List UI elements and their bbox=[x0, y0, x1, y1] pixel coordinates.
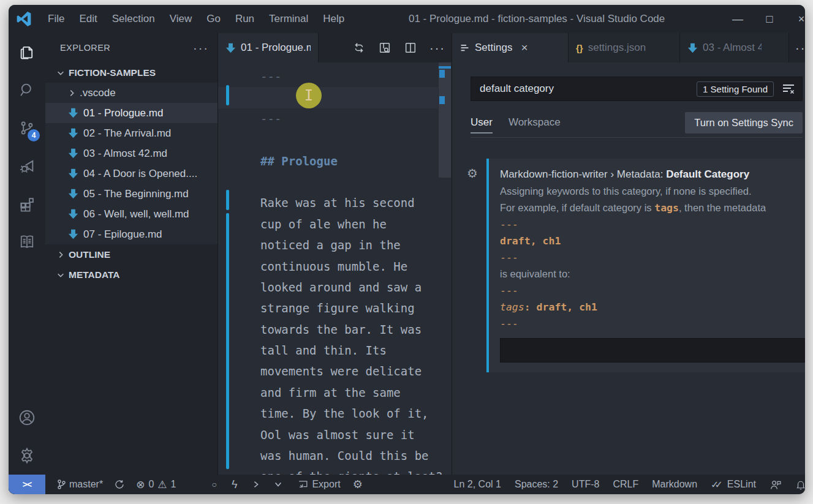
tree-item-markdown-file[interactable]: 02 - The Arrival.md bbox=[45, 123, 217, 143]
setting-gear-icon[interactable]: ⚙ bbox=[467, 166, 478, 181]
source-control-activity-button[interactable]: 4 bbox=[9, 109, 45, 147]
editor-line[interactable]: was human. Could this be bbox=[218, 445, 452, 466]
editor-line[interactable] bbox=[218, 171, 452, 192]
editor-line[interactable] bbox=[218, 129, 452, 150]
menu-item[interactable]: Terminal bbox=[269, 13, 308, 25]
eslint-item[interactable]: ✓✓ ESLint bbox=[711, 479, 756, 491]
editor-line[interactable]: --- bbox=[218, 108, 452, 129]
language-mode-item[interactable]: Markdown bbox=[652, 479, 697, 490]
manage-settings-button[interactable] bbox=[9, 437, 45, 475]
editor-line[interactable]: noticed a gap in the bbox=[218, 235, 452, 255]
editor-line[interactable]: one of the giants at last? bbox=[218, 466, 452, 475]
tab-settings-json[interactable]: {} settings.json bbox=[569, 33, 680, 62]
encoding-item[interactable]: UTF-8 bbox=[572, 479, 599, 490]
settings-list-icon bbox=[459, 43, 470, 53]
editor-content[interactable]: ------## PrologueRake was at his secondc… bbox=[218, 62, 452, 475]
tree-item-markdown-file[interactable]: 04 - A Door is Opened.... bbox=[45, 164, 217, 184]
problems-item[interactable]: ⊗ 0 ⚠ 1 bbox=[136, 478, 176, 491]
editor-more-actions-button[interactable]: ··· bbox=[423, 41, 452, 55]
editor-line[interactable] bbox=[218, 87, 438, 108]
sync-icon bbox=[114, 479, 125, 490]
editor-line[interactable]: movements were delicate bbox=[218, 361, 452, 382]
clear-filters-icon[interactable] bbox=[781, 81, 796, 96]
cursor-position-item[interactable]: Ln 2, Col 1 bbox=[454, 479, 501, 490]
account-button[interactable] bbox=[9, 399, 45, 437]
feedback-item[interactable] bbox=[770, 479, 782, 490]
git-branch-item[interactable]: master* bbox=[56, 479, 103, 490]
tree-item-markdown-file[interactable]: 01 - Prologue.md bbox=[45, 103, 217, 123]
menu-item[interactable]: Run bbox=[235, 13, 254, 25]
tab-settings[interactable]: Settings × bbox=[452, 33, 569, 62]
close-button[interactable]: × bbox=[785, 5, 805, 33]
editor-line[interactable]: Ool was almost sure it bbox=[218, 424, 452, 445]
tab-almost-42[interactable]: 03 - Almost 42.md bbox=[680, 33, 789, 62]
menu-item[interactable]: Go bbox=[206, 13, 221, 25]
menu-item[interactable]: Help bbox=[323, 13, 344, 25]
status-chevron-down-item[interactable] bbox=[274, 480, 282, 489]
maximize-button[interactable]: □ bbox=[754, 5, 785, 33]
fiction-writer-activity-button[interactable] bbox=[9, 223, 45, 261]
editor-group-right: Settings × {} settings.json 03 - Almost … bbox=[452, 33, 805, 475]
editor-line[interactable]: time. By the look of it, bbox=[218, 403, 452, 424]
editor-line[interactable]: --- bbox=[218, 66, 452, 87]
editor-line[interactable]: continuous mumble. He bbox=[218, 256, 452, 277]
mouse-cursor-ibeam: I bbox=[296, 83, 322, 108]
split-editor-button[interactable] bbox=[398, 41, 423, 55]
tree-item-markdown-file[interactable]: 05 - The Beginning.md bbox=[45, 184, 217, 204]
eol-item[interactable]: CRLF bbox=[613, 479, 638, 490]
export-item[interactable]: Export bbox=[297, 479, 340, 491]
tree-item-label: 06 - Well, well, well.md bbox=[83, 208, 189, 220]
tree-item-vscode-folder[interactable]: .vscode bbox=[45, 83, 217, 103]
menu-item[interactable]: View bbox=[170, 13, 192, 25]
status-chevron-right-item[interactable] bbox=[252, 480, 260, 489]
settings-search-box[interactable]: default category 1 Setting Found bbox=[471, 77, 803, 101]
open-preview-button[interactable] bbox=[372, 41, 398, 55]
status-dot-item[interactable]: ○ bbox=[211, 480, 216, 489]
setting-value-input[interactable] bbox=[500, 338, 805, 363]
search-activity-button[interactable] bbox=[9, 71, 45, 109]
extensions-activity-button[interactable] bbox=[9, 185, 45, 223]
indentation-item[interactable]: Spaces: 2 bbox=[515, 479, 558, 490]
open-changes-button[interactable] bbox=[346, 41, 372, 55]
turn-on-settings-sync-button[interactable]: Turn on Settings Sync bbox=[685, 112, 803, 134]
scope-tab-workspace[interactable]: Workspace bbox=[509, 116, 561, 134]
editor-line[interactable]: strange figure walking bbox=[218, 298, 452, 318]
status-zap-item[interactable]: ϟ bbox=[232, 478, 238, 491]
minimize-button[interactable]: — bbox=[722, 5, 754, 33]
warning-count: 1 bbox=[171, 479, 176, 490]
account-icon bbox=[18, 408, 36, 427]
vscode-logo-icon bbox=[16, 11, 32, 27]
editor-line[interactable]: towards the bar. It was bbox=[218, 319, 452, 340]
tree-item-markdown-file[interactable]: 06 - Well, well, well.md bbox=[45, 204, 217, 224]
menu-item[interactable]: File bbox=[48, 13, 64, 25]
feedback-person-icon bbox=[770, 479, 782, 490]
close-tab-icon[interactable]: × bbox=[521, 41, 528, 55]
tree-section-metadata[interactable]: METADATA bbox=[45, 265, 217, 285]
sync-changes-item[interactable] bbox=[114, 479, 125, 490]
right-more-actions-button[interactable]: ··· bbox=[789, 41, 805, 55]
scope-tab-user[interactable]: User bbox=[471, 116, 493, 134]
remote-indicator[interactable]: >< bbox=[9, 475, 45, 494]
editor-line[interactable]: ## Prologue bbox=[218, 151, 452, 171]
window-title: 01 - Prologue.md - fiction-samples - Vis… bbox=[352, 13, 722, 25]
menu-item[interactable]: Selection bbox=[112, 13, 155, 25]
editor-scrollbar[interactable] bbox=[439, 62, 451, 178]
tree-section-outline[interactable]: OUTLINE bbox=[45, 244, 217, 265]
explorer-activity-button[interactable] bbox=[9, 33, 45, 71]
sidebar-more-actions-button[interactable]: ··· bbox=[193, 41, 209, 55]
tree-item-markdown-file[interactable]: 07 - Epilogue.md bbox=[45, 224, 217, 244]
bell-icon bbox=[795, 479, 805, 491]
tab-prologue[interactable]: 01 - Prologue.md bbox=[218, 33, 319, 62]
status-gear-item[interactable]: ⚙ bbox=[353, 478, 363, 491]
settings-search-value[interactable]: default category bbox=[480, 83, 554, 95]
menu-item[interactable]: Edit bbox=[79, 13, 97, 25]
tree-item-markdown-file[interactable]: 03 - Almost 42.md bbox=[45, 143, 217, 164]
editor-line[interactable]: and firm at the same bbox=[218, 382, 452, 403]
run-debug-activity-button[interactable] bbox=[9, 147, 45, 185]
tree-root-fiction-samples[interactable]: FICTION-SAMPLES bbox=[45, 62, 217, 83]
editor-line[interactable]: Rake was at his second bbox=[218, 192, 452, 213]
notifications-item[interactable] bbox=[795, 479, 805, 491]
editor-line[interactable]: tall and thin. Its bbox=[218, 340, 452, 361]
editor-line[interactable]: looked around and saw a bbox=[218, 277, 452, 298]
editor-line[interactable]: cup of ale when he bbox=[218, 214, 452, 235]
